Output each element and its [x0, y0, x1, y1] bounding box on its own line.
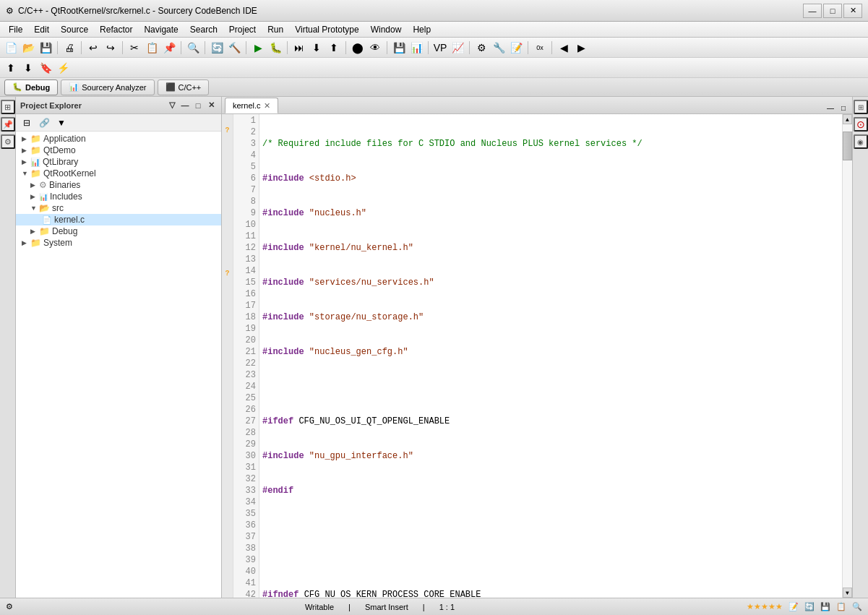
- collapse-btn[interactable]: ⊟: [19, 115, 35, 131]
- undo-button[interactable]: ↩: [85, 40, 101, 56]
- editor-content[interactable]: ? ?: [222, 114, 852, 598]
- perspective-cpp[interactable]: ⬛ C/C++: [158, 79, 210, 95]
- menu-virtual-prototype[interactable]: Virtual Prototype: [289, 23, 365, 36]
- run-button[interactable]: ▶: [250, 40, 266, 56]
- status-icon-4[interactable]: 📋: [836, 602, 846, 611]
- tree-item-src[interactable]: ▼ 📂 src: [16, 202, 221, 214]
- editor-scrollbar[interactable]: ▲ ▼: [842, 114, 852, 598]
- tab-close-icon[interactable]: ✕: [264, 101, 270, 111]
- step-over[interactable]: ⏭: [291, 40, 307, 56]
- scrollbar-down-btn[interactable]: ▼: [843, 588, 852, 598]
- src-label: src: [52, 203, 64, 213]
- scrollbar-up-btn[interactable]: ▲: [843, 114, 852, 124]
- status-icon-5[interactable]: 🔍: [852, 602, 862, 611]
- right-icon-1[interactable]: ⊞: [854, 100, 868, 114]
- tree-item-application[interactable]: ▶ 📁 Application: [16, 133, 221, 145]
- collapse-all-icon[interactable]: ▽: [166, 100, 178, 111]
- menu-search[interactable]: Search: [184, 23, 223, 36]
- gear-left-icon[interactable]: ⚙: [1, 134, 15, 149]
- tree-item-binaries[interactable]: ▶ ⚙ Binaries: [16, 179, 221, 191]
- panel-maximize-icon[interactable]: □: [192, 100, 204, 111]
- panel-close-icon[interactable]: ✕: [205, 100, 217, 111]
- open-button[interactable]: 📂: [20, 40, 36, 56]
- menu-run[interactable]: Run: [262, 23, 289, 36]
- editor-max-icon[interactable]: □: [838, 102, 849, 113]
- tree-item-debug-folder[interactable]: ▶ 📁 Debug: [16, 225, 221, 237]
- perspective-debug[interactable]: 🐛 Debug: [4, 79, 58, 95]
- tree-item-kernel-c[interactable]: 📄 kernel.c: [16, 214, 221, 225]
- tree-item-qtlibrary[interactable]: ▶ 📊 QtLibrary: [16, 156, 221, 168]
- editor-area: kernel.c ✕ — □ ?: [222, 97, 852, 598]
- hex-btn[interactable]: 0x: [532, 40, 548, 56]
- toolbar-separator-6: [246, 41, 246, 54]
- menu-navigate[interactable]: Navigate: [138, 23, 184, 36]
- menu-window[interactable]: Window: [365, 23, 408, 36]
- marker-27: [222, 400, 233, 410]
- build-button[interactable]: 🔨: [226, 40, 242, 56]
- scrollbar-track[interactable]: [843, 124, 852, 588]
- tree-item-system[interactable]: ▶ 📁 System: [16, 237, 221, 249]
- marker-19: [222, 312, 233, 323]
- maximize-button[interactable]: □: [823, 4, 842, 18]
- new-button[interactable]: 📄: [3, 40, 19, 56]
- step-return[interactable]: ⬆: [326, 40, 342, 56]
- link-btn[interactable]: 🔗: [36, 115, 52, 131]
- memory-btn[interactable]: 💾: [391, 40, 407, 56]
- qtdemo-project-icon: 📁: [30, 145, 41, 155]
- extra2[interactable]: 🔧: [491, 40, 507, 56]
- toggle-bp[interactable]: ⬤: [350, 40, 366, 56]
- scrollbar-thumb[interactable]: [843, 132, 852, 160]
- menu-edit[interactable]: Edit: [28, 23, 55, 36]
- tb2-btn1[interactable]: ⬆: [3, 60, 19, 76]
- tb2-btn3[interactable]: 🔖: [38, 60, 53, 76]
- code-area[interactable]: /* Required include files for C STDIO an…: [259, 114, 842, 598]
- copy-button[interactable]: 📋: [144, 40, 160, 56]
- menu-source[interactable]: Source: [55, 23, 94, 36]
- tree-item-qtdemo[interactable]: ▶ 📁 QtDemo: [16, 145, 221, 156]
- pins-icon[interactable]: 📌: [1, 117, 15, 132]
- marker-9: [222, 202, 233, 213]
- profile-btn[interactable]: 📈: [450, 40, 465, 56]
- refresh-button[interactable]: 🔄: [209, 40, 225, 56]
- debug-button[interactable]: 🐛: [267, 40, 283, 56]
- nav-back[interactable]: ◀: [556, 40, 572, 56]
- nav-fwd[interactable]: ▶: [573, 40, 589, 56]
- extra3[interactable]: 📝: [508, 40, 524, 56]
- watch[interactable]: 👁: [367, 40, 383, 56]
- tb2-btn4[interactable]: ⚡: [55, 60, 71, 76]
- vp-btn[interactable]: VP: [432, 40, 448, 56]
- menu-refactor[interactable]: Refactor: [94, 23, 138, 36]
- perspective-analyzer[interactable]: 📊 Sourcery Analyzer: [61, 79, 154, 95]
- reg-btn[interactable]: 📊: [408, 40, 424, 56]
- filter-btn[interactable]: ▼: [53, 115, 69, 131]
- status-icon-2[interactable]: 🔄: [804, 602, 815, 611]
- search-button[interactable]: 🔍: [185, 40, 201, 56]
- redo-button[interactable]: ↪: [103, 40, 119, 56]
- restore-icon[interactable]: ⊞: [1, 100, 15, 114]
- extra1[interactable]: ⚙: [473, 40, 489, 56]
- tb2-btn2[interactable]: ⬇: [20, 60, 36, 76]
- paste-button[interactable]: 📌: [161, 40, 177, 56]
- status-icon-3[interactable]: 💾: [820, 602, 830, 611]
- cut-button[interactable]: ✂: [126, 40, 142, 56]
- tree-item-qtrootkernel[interactable]: ▼ 📁 QtRootKernel: [16, 168, 221, 179]
- menu-bar: File Edit Source Refactor Navigate Searc…: [0, 22, 868, 38]
- editor-min-icon[interactable]: —: [825, 102, 836, 113]
- print-button[interactable]: 🖨: [61, 40, 77, 56]
- right-icon-3[interactable]: ◉: [854, 134, 868, 149]
- menu-help[interactable]: Help: [407, 23, 437, 36]
- marker-4: [222, 147, 233, 158]
- right-icon-circle[interactable]: ⊙: [854, 117, 868, 132]
- step-into[interactable]: ⬇: [309, 40, 325, 56]
- minimize-button[interactable]: —: [803, 4, 822, 18]
- panel-minimize-icon[interactable]: —: [179, 100, 191, 111]
- status-icon-1[interactable]: 📝: [788, 602, 799, 611]
- save-button[interactable]: 💾: [38, 40, 53, 56]
- status-left: ⚙: [6, 602, 13, 611]
- close-button[interactable]: ✕: [843, 4, 862, 18]
- qtlibrary-project-icon: 📊: [30, 158, 40, 167]
- tree-item-includes[interactable]: ▶ 📊 Includes: [16, 191, 221, 202]
- editor-tab-kernel-c[interactable]: kernel.c ✕: [225, 98, 278, 113]
- menu-file[interactable]: File: [3, 23, 28, 36]
- menu-project[interactable]: Project: [223, 23, 262, 36]
